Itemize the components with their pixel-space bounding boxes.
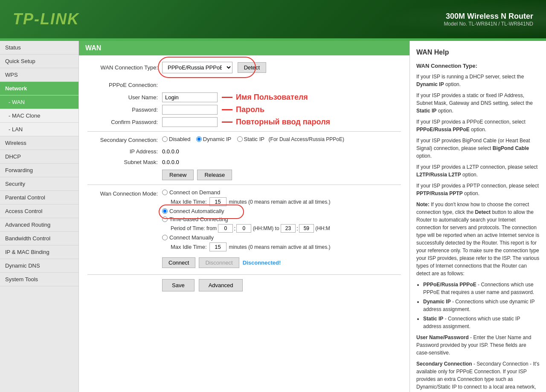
release-button[interactable]: Release [197,170,232,180]
help-note: Note: If you don't know how to choose th… [416,201,540,277]
time-sep1: : [234,225,235,232]
sidebar-item-system-tools[interactable]: System Tools [0,273,78,286]
connection-type-label: WAN Connection Type: [87,64,162,71]
password-annotation-text: Пароль [236,105,264,114]
help-panel: WAN Help WAN Connection Type: If your IS… [410,41,546,392]
connect-automatically-row: Connect Automatically [162,208,331,214]
connect-disconnect-row: Connect Disconnect Disconnected! [162,257,401,268]
divider2 [87,184,401,185]
detect-button[interactable]: Detect [238,62,267,73]
confirm-password-annotation: Повторный ввод пароля [222,118,330,127]
confirm-password-row: Confirm Password: Повторный ввод пароля [87,117,401,127]
red-dash-icon [222,97,232,98]
sidebar-item-parental-control[interactable]: Parental Control [0,191,78,205]
time-based-label: Time-based Connecting [169,216,228,222]
username-annotation-text: Имя Пользователя [236,93,308,102]
time-to-label: (HH:MM) to [253,225,279,231]
subnet-mask-value: 0.0.0.0 [162,159,179,165]
secondary-static-radio[interactable] [237,136,243,142]
sidebar-item-network[interactable]: Network [0,82,78,95]
time-to2-input[interactable] [299,224,314,233]
connection-type-select[interactable]: PPPoE/Russia PPPoE Dynamic IP Static IP … [162,62,232,73]
advanced-button[interactable]: Advanced [199,279,243,291]
help-bullet3: Static IP - Connections which use static… [423,315,540,330]
sidebar-item-quick-setup[interactable]: Quick Setup [0,55,78,68]
time-sep2: : [296,225,298,232]
auto-connect-wrapper: Connect Automatically [162,208,224,214]
password-input[interactable] [162,105,218,115]
sidebar-item-wireless[interactable]: Wireless [0,136,78,150]
main-layout: Status Quick Setup WPS Network - WAN - M… [0,41,546,392]
connect-button[interactable]: Connect [162,257,195,268]
time-to1-input[interactable] [281,224,296,233]
wan-title-bar: WAN [79,41,410,55]
divider1 [87,131,401,132]
max-idle-input2[interactable] [209,242,227,251]
secondary-note: (For Dual Access/Russia PPPoE) [269,136,344,142]
secondary-static-label: Static IP [244,136,264,142]
model-number: Model No. TL-WR841N / TL-WR841ND [444,21,533,27]
max-idle-label2: Max Idle Time: [171,244,207,250]
sidebar-item-access-control[interactable]: Access Control [0,205,78,218]
save-button[interactable]: Save [162,279,195,291]
sidebar-item-wan[interactable]: - WAN [0,95,78,109]
sidebar-item-dynamic-dns[interactable]: Dynamic DNS [0,259,78,273]
help-bullet-list1: PPPoE/Russia PPPoE - Connections which u… [423,281,540,330]
time-from1-input[interactable] [218,224,233,233]
connect-automatically-radio[interactable] [162,208,168,214]
username-input[interactable] [162,92,218,102]
logo-text: TP-LINK [13,10,79,28]
connect-on-demand-radio[interactable] [162,190,168,195]
help-p6: If your ISP provides a PPTP connection, … [416,182,540,197]
sidebar-item-security[interactable]: Security [0,177,78,191]
disconnect-button[interactable]: Disconnect [199,257,239,268]
ip-address-label: IP Address: [87,148,162,155]
secondary-radio-group: Disabled Dynamic IP Static IP (For Dual … [162,136,344,142]
connect-manually-radio[interactable] [162,235,168,240]
connection-type-row: WAN Connection Type: PPPoE/Russia PPPoE … [87,62,401,73]
username-label: User Name: [87,94,162,101]
confirm-password-input[interactable] [162,117,218,127]
help-bullet1: PPPoE/Russia PPPoE - Connections which u… [423,281,540,296]
sidebar-item-dhcp[interactable]: DHCP [0,150,78,164]
time-based-row: Time-based Connecting [162,216,331,222]
help-p3: If your ISP provides a PPPoE connection,… [416,118,540,133]
time-from2-input[interactable] [236,224,251,233]
secondary-disabled-label: Disabled [169,136,191,142]
sidebar-item-wps[interactable]: WPS [0,68,78,82]
sidebar-item-forwarding[interactable]: Forwarding [0,164,78,177]
save-advanced-row: Save Advanced [162,279,401,291]
header: TP-LINK 300M Wireless N Router Model No.… [0,0,546,38]
help-secondary: Secondary Connection - Secondary Connect… [416,360,540,392]
max-idle-input1[interactable] [209,197,227,206]
sidebar-item-bandwidth-control[interactable]: Bandwidth Control [0,232,78,245]
sidebar-item-lan[interactable]: - LAN [0,123,78,136]
connect-on-demand-label: Connect on Demand [169,189,220,196]
red-dash-icon3 [222,121,232,123]
sidebar-item-advanced-routing[interactable]: Advanced Routing [0,218,78,232]
sidebar-item-status[interactable]: Status [0,41,78,55]
username-row: User Name: Имя Пользователя [87,92,401,102]
connection-type-wrapper: PPPoE/Russia PPPoE Dynamic IP Static IP … [162,62,266,73]
time-based-radio[interactable] [162,216,168,222]
renew-button[interactable]: Renew [162,170,194,180]
sidebar-item-ip-mac-binding[interactable]: IP & MAC Binding [0,245,78,259]
secondary-connection-label: Secondary Connection: [87,137,162,143]
period-label: Period of Time: from [171,225,217,231]
sidebar: Status Quick Setup WPS Network - WAN - M… [0,41,79,392]
ip-address-value: 0.0.0.0 [162,148,179,155]
help-user-pass: User Name/Password - Enter the User Name… [416,334,540,357]
confirm-password-label: Confirm Password: [87,119,162,125]
password-label: Password: [87,107,162,113]
time-fields-row: Period of Time: from : (HH:MM) to : (HH:… [171,224,331,233]
secondary-disabled-radio[interactable] [162,136,168,142]
product-name: 300M Wireless N Router [444,12,533,21]
secondary-dynamic-radio[interactable] [196,136,202,142]
help-title: WAN Help [416,47,540,58]
password-annotation: Пароль [222,105,264,114]
subnet-mask-label: Subnet Mask: [87,159,162,165]
pppoe-section-label: PPPoE Connection: [87,82,162,88]
help-p1: If your ISP is running a DHCP server, se… [416,73,540,88]
sidebar-item-mac-clone[interactable]: - MAC Clone [0,109,78,123]
password-row: Password: Пароль [87,105,401,115]
